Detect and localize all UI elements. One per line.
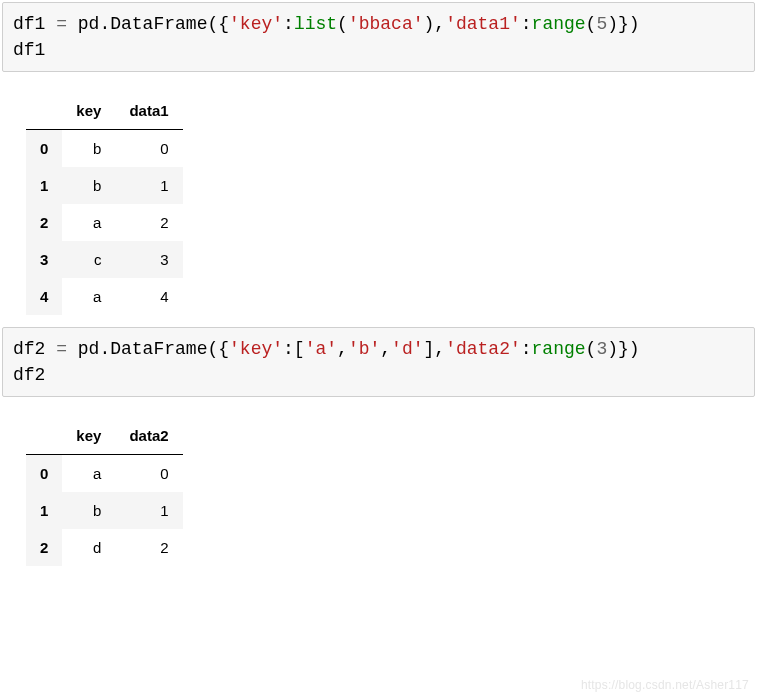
code-token: pd.DataFrame({	[78, 339, 229, 359]
code-token: 'bbaca'	[348, 14, 424, 34]
table-row: 4 a 4	[26, 278, 183, 315]
code-token: (	[337, 14, 348, 34]
code-token: )})	[607, 14, 639, 34]
table-row: 1 b 1	[26, 167, 183, 204]
code-token: 'b'	[348, 339, 380, 359]
code-token: df1	[13, 14, 45, 34]
code-token: df2	[13, 365, 45, 385]
col-header: data1	[115, 92, 182, 130]
code-token: 3	[596, 339, 607, 359]
cell: d	[62, 529, 115, 566]
table-corner	[26, 417, 62, 455]
cell: 1	[115, 492, 182, 529]
cell: 3	[115, 241, 182, 278]
table-row: 2 a 2	[26, 204, 183, 241]
row-index: 3	[26, 241, 62, 278]
code-token: :	[283, 14, 294, 34]
code-token: :	[521, 339, 532, 359]
code-token: range	[532, 339, 586, 359]
code-token: :[	[283, 339, 305, 359]
table-row: 0 b 0	[26, 130, 183, 168]
code-token: 'a'	[305, 339, 337, 359]
code-token: 5	[596, 14, 607, 34]
cell: 2	[115, 204, 182, 241]
row-index: 1	[26, 167, 62, 204]
code-token: 'data1'	[445, 14, 521, 34]
code-token: )})	[607, 339, 639, 359]
cell: b	[62, 167, 115, 204]
code-token: 'key'	[229, 339, 283, 359]
cell: a	[62, 455, 115, 493]
code-cell-1: df1 = pd.DataFrame({'key':list('bbaca'),…	[2, 2, 755, 72]
output-df1: key data1 0 b 0 1 b 1 2 a 2 3 c 3 4 a 4	[0, 74, 757, 325]
col-header: key	[62, 417, 115, 455]
code-token: =	[45, 14, 77, 34]
dataframe-table-2: key data2 0 a 0 1 b 1 2 d 2	[26, 417, 183, 566]
code-token: df1	[13, 40, 45, 60]
code-token: range	[532, 14, 586, 34]
table-corner	[26, 92, 62, 130]
code-token: 'data2'	[445, 339, 521, 359]
output-df2: key data2 0 a 0 1 b 1 2 d 2	[0, 399, 757, 576]
cell: a	[62, 204, 115, 241]
row-index: 4	[26, 278, 62, 315]
code-token: (	[586, 14, 597, 34]
code-token: ),	[424, 14, 446, 34]
cell: 4	[115, 278, 182, 315]
row-index: 2	[26, 204, 62, 241]
code-token: list	[294, 14, 337, 34]
row-index: 0	[26, 455, 62, 493]
row-index: 0	[26, 130, 62, 168]
row-index: 2	[26, 529, 62, 566]
code-token: df2	[13, 339, 45, 359]
row-index: 1	[26, 492, 62, 529]
table-row: 1 b 1	[26, 492, 183, 529]
cell: 0	[115, 455, 182, 493]
code-token: pd.DataFrame({	[78, 14, 229, 34]
cell: a	[62, 278, 115, 315]
code-token: 'key'	[229, 14, 283, 34]
table-row: 3 c 3	[26, 241, 183, 278]
code-token: (	[586, 339, 597, 359]
code-token: ,	[337, 339, 348, 359]
table-row: 0 a 0	[26, 455, 183, 493]
code-cell-2: df2 = pd.DataFrame({'key':['a','b','d'],…	[2, 327, 755, 397]
col-header: key	[62, 92, 115, 130]
table-row: 2 d 2	[26, 529, 183, 566]
code-token: ],	[424, 339, 446, 359]
code-token: :	[521, 14, 532, 34]
code-token: 'd'	[391, 339, 423, 359]
cell: b	[62, 130, 115, 168]
cell: b	[62, 492, 115, 529]
watermark-text: https://blog.csdn.net/Asher117	[581, 678, 749, 692]
code-token: =	[45, 339, 77, 359]
cell: 2	[115, 529, 182, 566]
dataframe-table-1: key data1 0 b 0 1 b 1 2 a 2 3 c 3 4 a 4	[26, 92, 183, 315]
cell: 0	[115, 130, 182, 168]
cell: 1	[115, 167, 182, 204]
col-header: data2	[115, 417, 182, 455]
cell: c	[62, 241, 115, 278]
code-token: ,	[380, 339, 391, 359]
